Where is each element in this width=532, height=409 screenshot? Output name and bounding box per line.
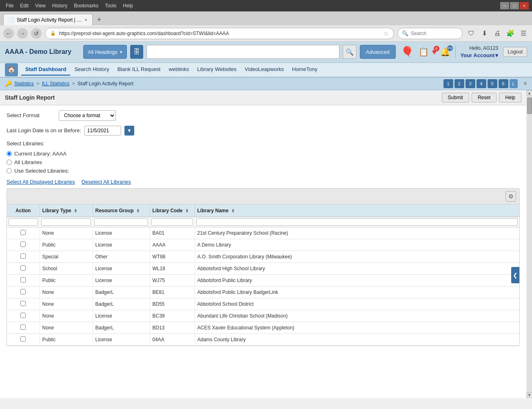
- logout-button[interactable]: Logout: [503, 47, 527, 57]
- page-tab-4[interactable]: 4: [477, 79, 486, 88]
- filter-libraryname[interactable]: [196, 218, 518, 226]
- breadcrumb-close-icon[interactable]: ×: [523, 80, 527, 87]
- table-cell-librarycode: BE81: [150, 286, 195, 298]
- menu-file[interactable]: File: [3, 2, 16, 9]
- last-login-date-input[interactable]: [84, 126, 121, 136]
- page-tab-6[interactable]: 6: [499, 79, 508, 88]
- nav-hometony[interactable]: HomeTony: [288, 64, 321, 76]
- account-link[interactable]: Your Account ▾: [461, 52, 499, 59]
- menu-bookmarks[interactable]: Bookmarks: [71, 2, 101, 9]
- vertical-scrollbar[interactable]: ▲ ▼: [526, 90, 532, 398]
- menu-dots-icon[interactable]: ☰: [518, 28, 529, 39]
- tab-close-icon[interactable]: ×: [84, 17, 87, 23]
- minimize-button[interactable]: ─: [500, 2, 509, 9]
- reset-button[interactable]: Reset: [472, 93, 497, 102]
- row-checkbox-4[interactable]: [20, 277, 26, 282]
- page-tab-1[interactable]: 1: [443, 79, 453, 88]
- row-checkbox-7[interactable]: [20, 313, 26, 318]
- row-checkbox-3[interactable]: [20, 265, 26, 271]
- col-header-librarycode[interactable]: Library Code ⇕: [150, 204, 195, 217]
- refresh-button[interactable]: ↺: [31, 28, 42, 39]
- scroll-up-button[interactable]: ▲: [527, 90, 532, 96]
- search-button[interactable]: 🔍: [343, 45, 357, 59]
- col-header-librarytype[interactable]: Library Type ⇕: [40, 204, 93, 217]
- table-cell-librarycode: BD13: [150, 322, 195, 333]
- menu-edit[interactable]: Edit: [18, 2, 31, 9]
- extensions-icon[interactable]: 🧩: [505, 28, 516, 39]
- nav-search-history[interactable]: Search History: [70, 64, 113, 76]
- deselect-all-link[interactable]: Deselect All Libraries: [82, 179, 131, 185]
- breadcrumb-statistics[interactable]: Statistics: [14, 81, 34, 87]
- address-bar[interactable]: 🔒 https://preprod-stwi-agent.auto-graphi…: [45, 28, 394, 39]
- browser-search-input[interactable]: [411, 31, 458, 36]
- favorites-heart-icon[interactable]: ♥ 9: [432, 47, 437, 57]
- breadcrumb-ill-statistics[interactable]: ILL Statistics: [42, 81, 70, 87]
- main-search-input[interactable]: [146, 45, 339, 59]
- search-magnifier-icon: 🔍: [402, 30, 408, 36]
- close-button[interactable]: ×: [520, 2, 529, 9]
- filter-librarytype[interactable]: [41, 218, 91, 226]
- table-cell-libraryname: ACES Xavier Educational System (Appleton…: [195, 322, 519, 333]
- back-button[interactable]: ←: [3, 28, 14, 39]
- browser-search-box[interactable]: 🔍: [397, 28, 463, 39]
- print-icon[interactable]: 🖨: [492, 28, 503, 39]
- radio-current-library-label: Current Library: AAAA: [14, 151, 66, 157]
- menu-view[interactable]: View: [33, 2, 48, 9]
- maximize-button[interactable]: □: [510, 2, 519, 9]
- download-icon[interactable]: ⬇: [479, 28, 490, 39]
- radio-current-library[interactable]: Current Library: AAAA: [7, 151, 520, 157]
- advanced-search-button[interactable]: Advanced: [360, 45, 396, 59]
- page-tab-2[interactable]: 2: [454, 79, 464, 88]
- radio-current-library-input[interactable]: [7, 151, 12, 156]
- menu-tools[interactable]: Tools: [102, 2, 119, 9]
- nav-staff-dashboard[interactable]: Staff Dashboard: [21, 64, 70, 76]
- nav-library-websites[interactable]: Library Websites: [193, 64, 241, 76]
- balloon-icon[interactable]: 🎈: [401, 46, 414, 58]
- col-header-resourcegroup[interactable]: Resource Group ⇕: [93, 204, 150, 217]
- format-select[interactable]: Choose a format HTML PDF Excel: [59, 110, 116, 121]
- page-tab-l[interactable]: L: [510, 79, 518, 88]
- row-checkbox-5[interactable]: [20, 289, 26, 294]
- table-prev-button[interactable]: ❮: [511, 267, 519, 283]
- submit-button[interactable]: Submit: [442, 93, 469, 102]
- menu-help[interactable]: Help: [120, 2, 135, 9]
- radio-use-selected-input[interactable]: [7, 168, 12, 173]
- filter-librarycode[interactable]: [151, 218, 193, 226]
- nav-videoleapworks[interactable]: VideoLeapworks: [241, 64, 288, 76]
- radio-all-libraries[interactable]: All Libraries: [7, 159, 520, 165]
- row-checkbox-1[interactable]: [20, 242, 26, 247]
- headings-dropdown[interactable]: All Headings ▾: [83, 45, 127, 59]
- row-checkbox-8[interactable]: [20, 325, 26, 330]
- shield-icon[interactable]: 🛡: [466, 28, 477, 39]
- database-icon[interactable]: 🗄: [130, 45, 143, 59]
- radio-all-libraries-input[interactable]: [7, 160, 12, 165]
- calendar-button[interactable]: ▼: [124, 126, 134, 136]
- col-header-libraryname[interactable]: Library Name ⇕: [195, 204, 519, 217]
- notifications-bell-icon[interactable]: 🔔 F9: [440, 47, 450, 57]
- menu-history[interactable]: History: [50, 2, 70, 9]
- filter-action[interactable]: [9, 218, 38, 226]
- page-tab-3[interactable]: 3: [466, 79, 475, 88]
- browser-tab-active[interactable]: 📄 Staff Login Activity Report | STW ×: [3, 14, 93, 25]
- bookmark-star-icon[interactable]: ☆: [383, 30, 389, 37]
- table-filter-row: [7, 217, 519, 227]
- filter-resourcegroup[interactable]: [94, 218, 148, 226]
- radio-all-libraries-label: All Libraries: [14, 159, 42, 165]
- help-button[interactable]: Help: [499, 93, 521, 102]
- table-settings-button[interactable]: ⚙: [505, 191, 516, 202]
- list-icon[interactable]: 📋: [419, 47, 429, 57]
- scroll-thumb[interactable]: [527, 98, 532, 114]
- nav-weblinks[interactable]: weblinks: [164, 64, 193, 76]
- radio-use-selected[interactable]: Use Selected Libraries:: [7, 168, 520, 174]
- row-checkbox-9[interactable]: [20, 336, 26, 342]
- home-button[interactable]: 🏠: [5, 63, 18, 76]
- forward-button[interactable]: →: [17, 28, 28, 39]
- new-tab-button[interactable]: +: [93, 14, 105, 25]
- scroll-down-button[interactable]: ▼: [527, 392, 532, 398]
- select-all-link[interactable]: Select All Displayed Libraries: [7, 179, 75, 185]
- nav-blank-ill-request[interactable]: Blank ILL Request: [113, 64, 165, 76]
- row-checkbox-0[interactable]: [20, 230, 26, 235]
- row-checkbox-2[interactable]: [20, 253, 26, 259]
- row-checkbox-6[interactable]: [20, 301, 26, 306]
- page-tab-5[interactable]: 5: [488, 79, 497, 88]
